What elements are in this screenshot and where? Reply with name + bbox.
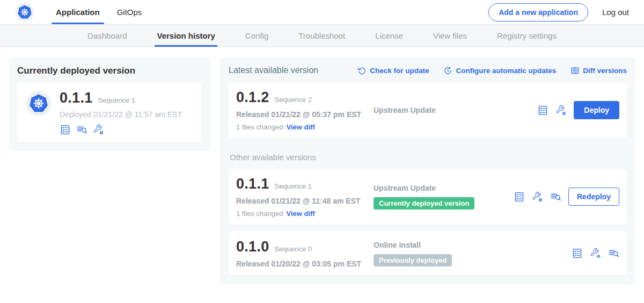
other-versions-title: Other available versions — [230, 153, 627, 162]
version-card-0-1-0: 0.1.0 Sequence 0 Released 01/20/22 @ 03:… — [229, 232, 627, 275]
deployed-timestamp: Deployed 01/21/22 @ 11:57 am EST — [60, 110, 182, 119]
preflight-checks-icon[interactable] — [537, 105, 548, 116]
diff-versions-icon — [570, 66, 580, 75]
subnav-item-troubleshoot[interactable]: Troubleshoot — [298, 25, 345, 47]
deployed-version-number: 0.1.1 — [60, 90, 93, 106]
logout-button[interactable]: Log out — [602, 8, 629, 17]
version-history-panel: Latest available version Check for updat… — [220, 57, 635, 285]
currently-deployed-badge: Currently deployed version — [374, 197, 474, 210]
deployed-sequence-label: Sequence 1 — [98, 96, 135, 104]
source-label: Upstream Update — [374, 106, 537, 114]
version-card-0-1-1: 0.1.1 Sequence 1 Released 01/21/22 @ 11:… — [229, 169, 627, 225]
version-number: 0.1.1 — [236, 176, 269, 192]
version-info: 0.1.0 Sequence 0 Released 01/20/22 @ 03:… — [236, 239, 374, 268]
app-icon — [26, 91, 52, 117]
subnav-item-view-files[interactable]: View files — [433, 25, 467, 47]
deploy-logs-icon[interactable] — [608, 248, 619, 259]
check-update-icon — [357, 66, 367, 75]
subnav-item-version-history[interactable]: Version history — [157, 25, 215, 47]
version-actions — [572, 248, 619, 259]
preflight-checks-icon[interactable] — [572, 248, 583, 259]
edit-config-icon[interactable] — [555, 105, 567, 116]
version-number: 0.1.0 — [236, 239, 269, 255]
sequence-label: Sequence 2 — [275, 96, 312, 104]
files-changed-label: 1 files changed — [236, 123, 283, 131]
files-changed-label: 1 files changed — [236, 210, 283, 218]
app-header: Application GitOps Add a new application… — [0, 0, 644, 25]
subnav-item-registry-settings[interactable]: Registry settings — [497, 25, 557, 47]
panel-actions: Check for update Configure automatic upd… — [357, 66, 627, 75]
add-application-button[interactable]: Add a new application — [488, 3, 588, 21]
subnav-item-dashboard[interactable]: Dashboard — [87, 25, 127, 47]
check-for-update-link[interactable]: Check for update — [357, 66, 429, 75]
tab-application[interactable]: Application — [47, 0, 108, 24]
view-diff-link[interactable]: View diff — [286, 210, 314, 218]
subnav-item-license[interactable]: License — [375, 25, 403, 47]
view-diff-link[interactable]: View diff — [286, 123, 314, 131]
source-label: Upstream Update — [374, 184, 514, 192]
version-info: 0.1.1 Sequence 1 Released 01/21/22 @ 11:… — [236, 176, 374, 218]
latest-version-title: Latest available version — [229, 66, 318, 75]
diff-versions-label: Diff versions — [583, 67, 627, 75]
subnav-item-config[interactable]: Config — [245, 25, 268, 47]
configure-automatic-updates-link[interactable]: Configure automatic updates — [443, 66, 556, 75]
view-config-icon[interactable] — [590, 248, 601, 259]
sequence-label: Sequence 0 — [275, 245, 312, 253]
app-subnav: Dashboard Version history Config Trouble… — [0, 25, 644, 47]
main-content: Currently deployed version 0.1.1 Sequenc… — [0, 47, 644, 295]
deployed-actions — [60, 124, 182, 135]
deploy-logs-icon[interactable] — [550, 191, 561, 203]
deployed-version-info: 0.1.1 Sequence 1 Deployed 01/21/22 @ 11:… — [60, 90, 182, 135]
kubernetes-logo-icon — [15, 3, 34, 22]
preflight-checks-icon[interactable] — [60, 124, 71, 135]
edit-config-icon[interactable] — [532, 191, 543, 203]
version-card-0-1-2: 0.1.2 Sequence 2 Released 01/21/22 @ 05:… — [229, 82, 627, 138]
deploy-button[interactable]: Deploy — [574, 101, 619, 119]
version-source: Upstream Update — [374, 106, 537, 114]
check-update-label: Check for update — [370, 67, 429, 75]
preflight-checks-icon[interactable] — [514, 191, 525, 203]
edit-config-icon[interactable] — [93, 124, 104, 135]
files-changed-row: 1 files changedView diff — [236, 210, 374, 218]
released-timestamp: Released 01/21/22 @ 11:48 am EST — [236, 197, 374, 205]
latest-version-header: Latest available version Check for updat… — [229, 66, 627, 75]
deploy-logs-icon[interactable] — [76, 124, 87, 135]
version-number: 0.1.2 — [236, 89, 269, 106]
diff-versions-link[interactable]: Diff versions — [570, 66, 627, 75]
currently-deployed-title: Currently deployed version — [17, 66, 202, 76]
previously-deployed-badge: Previously deployed — [374, 254, 452, 266]
configure-updates-label: Configure automatic updates — [456, 67, 556, 75]
version-actions: Deploy — [537, 101, 619, 119]
version-actions: Redeploy — [514, 187, 619, 206]
tab-gitops[interactable]: GitOps — [108, 0, 151, 24]
source-label: Online Install — [374, 241, 572, 249]
currently-deployed-card: Currently deployed version 0.1.1 Sequenc… — [9, 57, 210, 151]
version-source: Upstream Update Currently deployed versi… — [374, 184, 514, 210]
header-tabs: Application GitOps — [47, 0, 150, 24]
sequence-label: Sequence 1 — [275, 182, 312, 190]
files-changed-row: 1 files changedView diff — [236, 123, 374, 131]
redeploy-button[interactable]: Redeploy — [568, 187, 619, 206]
automatic-updates-icon — [443, 66, 452, 75]
version-info: 0.1.2 Sequence 2 Released 01/21/22 @ 05:… — [236, 89, 374, 131]
released-timestamp: Released 01/21/22 @ 05:37 pm EST — [236, 110, 374, 119]
released-timestamp: Released 01/20/22 @ 03:05 pm EST — [236, 259, 374, 268]
deployed-version-card: 0.1.1 Sequence 1 Deployed 01/21/22 @ 11:… — [17, 82, 202, 142]
version-source: Online Install Previously deployed — [374, 241, 572, 266]
